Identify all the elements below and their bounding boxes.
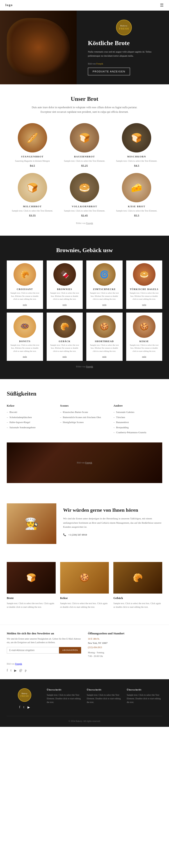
bread-photo-credit: Bilder von Freepik xyxy=(9,222,160,224)
address-line2: New York, NY 10007 xyxy=(88,641,162,645)
brownie-mehr-4[interactable]: mehr xyxy=(142,304,146,306)
footer: Bakery FRESH f t ▶ Überschrift Sample te… xyxy=(0,679,169,727)
bread-image-6: 🧀 xyxy=(122,173,151,202)
footer-logo-col: Bakery FRESH f t ▶ xyxy=(7,688,42,709)
three-col-section: 🍞 Brote Sample text. Click to select the… xyxy=(0,553,169,625)
hero-title: Köstliche Brote xyxy=(88,39,160,47)
sweets-list-2: Klassisches Butter-Scone Buttermilch-Sco… xyxy=(60,410,109,424)
bread-name-3: MISCHKORN xyxy=(113,155,160,158)
brownie-item-croissant: 🥐 CROISSANT Sample text. Click to select… xyxy=(7,260,43,309)
twitter-icon[interactable]: t xyxy=(10,669,11,673)
social-icons: f t ▶ @ p xyxy=(7,669,162,673)
footer-facebook-icon[interactable]: f xyxy=(19,705,20,709)
brownies-section: Brownies, Gebäck usw 🥐 CROISSANT Sample … xyxy=(0,236,169,379)
three-desc-2: Sample text. Click to select the text bo… xyxy=(60,602,109,609)
footer-youtube-icon[interactable]: ▶ xyxy=(28,705,30,709)
footer-col-desc-1: Sample text. Click to select the Text El… xyxy=(47,693,82,704)
contact-title: Wir würden gerne von Ihnen hören xyxy=(63,507,162,514)
brownie-item-gebaeck: 🥐 GEBÄCK Sample text. Click to select th… xyxy=(47,313,83,361)
address-phone: (212) 456-2013 xyxy=(88,646,162,649)
bread-item: 🥖 STANGENBROT Sauerteig-Baguette in klei… xyxy=(9,123,56,167)
bread-section-title: Unser Brot xyxy=(9,96,160,102)
brownie-mehr-7[interactable]: mehr xyxy=(102,355,107,358)
newsletter-section: Melden Sie sich für den Newsletter an Wi… xyxy=(0,625,169,679)
sweets-list-3: Saisonale Galettes Törtchen Bananenbrot … xyxy=(113,410,162,434)
brownie-name-2: BROWNIES xyxy=(49,288,80,290)
three-image-3: 🥐 xyxy=(113,562,162,594)
newsletter-subscribe-button[interactable]: ABONNIEREN xyxy=(59,647,81,654)
brownie-desc-7: Sample text. Click to select the text bo… xyxy=(89,344,120,353)
sweets-item: Bananenbrot xyxy=(113,421,162,424)
newsletter-email-input[interactable] xyxy=(7,647,59,654)
products-button[interactable]: PRODUKTE ANZEIGEN xyxy=(88,68,130,75)
three-image-1: 🍞 xyxy=(7,562,56,594)
brownies-grid-row1: 🥐 CROISSANT Sample text. Click to select… xyxy=(7,260,162,309)
brownie-desc-6: Sample text. Click to select the text bo… xyxy=(49,344,80,353)
hero-section: Bakery FRESH Köstliche Brote Nulla venen… xyxy=(0,10,169,84)
footer-twitter-icon[interactable]: t xyxy=(24,705,24,709)
sweets-col-scones: Scones Klassisches Butter-Scone Buttermi… xyxy=(60,404,109,436)
three-item-brote: 🍞 Brote Sample text. Click to select the… xyxy=(7,562,56,609)
three-item-kekse: 🍪 Kekse Sample text. Click to select the… xyxy=(60,562,109,609)
hero-content: Bakery FRESH Köstliche Brote Nulla venen… xyxy=(83,10,169,84)
brownie-mehr-8[interactable]: mehr xyxy=(142,355,146,358)
sweets-title: Süßigkeiten xyxy=(7,390,162,397)
brownie-mehr-3[interactable]: mehr xyxy=(102,304,107,306)
sweets-item: Klassisches Butter-Scone xyxy=(60,410,109,414)
footer-badge: Bakery FRESH xyxy=(18,688,31,702)
bread-image-5: 🥯 xyxy=(70,173,99,202)
brownie-mehr-6[interactable]: mehr xyxy=(63,355,67,358)
brownie-name-6: GEBÄCK xyxy=(49,340,80,343)
bread-section: Unser Brot Duis aute irure dolor in repr… xyxy=(0,84,169,236)
sweets-item: Brotpudding xyxy=(113,426,162,429)
menu-icon[interactable]: ☰ xyxy=(160,3,164,8)
bread-item: 🍞 MILCHBROT Sample text. Click to select… xyxy=(9,173,56,217)
brownies-title: Brownies, Gebäck usw xyxy=(7,247,162,254)
brownie-name-5: DONUTS xyxy=(9,340,40,343)
bread-desc-6: Sample text. Click to select the Text El… xyxy=(113,209,160,212)
bread-image-2: 🍞 xyxy=(70,123,99,152)
brownies-grid-row2: 🍩 DONUTS Sample text. Click to select th… xyxy=(7,313,162,361)
brownie-desc-3: Sample text. Click to select the text bo… xyxy=(89,291,120,301)
sweets-item: Hafer-Ingwer-Riegel xyxy=(7,421,56,424)
instagram-icon[interactable]: @ xyxy=(20,669,22,673)
brownie-image-1: 🥐 xyxy=(13,263,36,286)
footer-col-desc-2: Sample text. Click to select the Text El… xyxy=(87,693,122,704)
pinterest-icon[interactable]: p xyxy=(25,669,26,673)
brownie-desc-8: Sample text. Click to select the text bo… xyxy=(129,344,160,353)
bread-desc-4: Sample text. Click to select the Text El… xyxy=(9,209,56,212)
sweets-col-andere: Andere Saisonale Galettes Törtchen Banan… xyxy=(113,404,162,436)
brownie-image-7: 🍪 xyxy=(93,315,115,338)
footer-grid: Bakery FRESH f t ▶ Überschrift Sample te… xyxy=(7,688,162,709)
footer-social: f t ▶ xyxy=(7,705,42,709)
three-title-2: Kekse xyxy=(60,596,109,600)
sweets-item: Saisonale Sonderangebote xyxy=(7,426,56,429)
brownie-item-bagels: 🥯 TÜRKISCHE BAGELS Sample text. Click to… xyxy=(126,260,163,309)
bread-price-3: $4.5 xyxy=(113,164,160,167)
footer-bottom: © 2024 Bakery. All rights reserved. xyxy=(7,720,162,722)
opening-hours: Montag - Sonntag 7:00 - 20:00 Uhr xyxy=(88,651,162,658)
contact-image: 👨‍🍳 xyxy=(7,503,56,544)
bread-name-5: VOLLKORNBROT xyxy=(61,205,108,208)
brownie-desc-4: Sample text. Click to select the text bo… xyxy=(129,291,160,301)
footer-col-2: Überschrift Sample text. Click to select… xyxy=(87,688,122,709)
facebook-icon[interactable]: f xyxy=(7,669,8,673)
bread-name-1: STANGENBROT xyxy=(9,155,56,158)
brownie-mehr-2[interactable]: mehr xyxy=(63,304,67,306)
brownie-mehr-5[interactable]: mehr xyxy=(23,355,27,358)
sweets-list-1: Biscotti Schokoladenplätzchen Hafer-Ingw… xyxy=(7,410,56,429)
sweets-col-title-1: Kekse xyxy=(7,404,56,407)
bread-item: 🍞 BAUERNBROT Sample text. Click to selec… xyxy=(61,123,108,167)
bread-item: 🥯 VOLLKORNBROT Sample text. Click to sel… xyxy=(61,173,108,217)
brownies-photo-credit: Bilder von Freepik xyxy=(7,365,162,368)
youtube-icon[interactable]: ▶ xyxy=(14,669,17,673)
three-title-3: Gebäck xyxy=(113,596,162,600)
sweets-image: Bild von Freepik xyxy=(7,442,162,483)
brownie-desc-2: Sample text. Click to select the text bo… xyxy=(49,291,80,301)
sweets-grid: Kekse Biscotti Schokoladenplätzchen Hafe… xyxy=(7,404,162,436)
contact-content: Wir würden gerne von Ihnen hören Wir sin… xyxy=(63,507,162,540)
bread-desc-1: Sauerteig-Baguette in kleinen Mengen xyxy=(9,159,56,163)
sweets-item: Biscotti xyxy=(7,410,56,414)
brownie-name-7: SHORTBREAD xyxy=(89,340,120,343)
brownie-mehr-1[interactable]: mehr xyxy=(23,304,27,306)
